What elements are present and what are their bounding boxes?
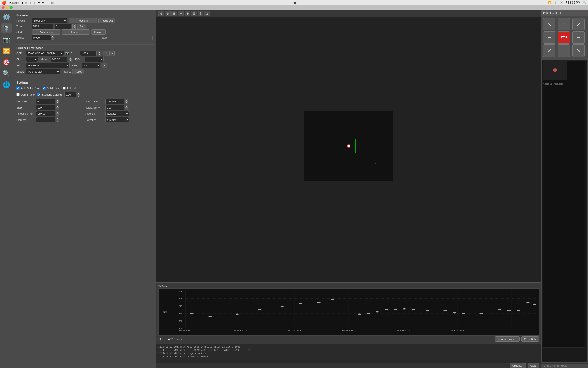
clear-data-button[interactable]: Clear Data (521, 336, 539, 342)
ticks-spinner[interactable]: ▲ ▼ (72, 24, 76, 29)
mount-stop-button[interactable]: STOP (558, 31, 570, 44)
mount-ur-button[interactable]: ↗ (572, 18, 585, 30)
settle-spinner[interactable]: ▲ ▼ (51, 35, 54, 40)
focus-in-button[interactable]: Focus In (69, 18, 97, 23)
sub-frame-checkbox[interactable] (43, 87, 46, 90)
suspend-spinner[interactable]: ▲ ▼ (77, 92, 80, 97)
exp-down[interactable]: ▼ (98, 53, 101, 56)
histogram-icon[interactable]: ▲ (204, 11, 210, 16)
threshold-spinner[interactable]: ▲ ▼ (56, 111, 59, 116)
tolerance-spinner[interactable]: ▲ ▼ (125, 105, 128, 110)
sidebar-item-align[interactable]: 🔀 (1, 46, 11, 56)
hfr-value: 4.73 (168, 338, 173, 340)
suspend-down[interactable]: ▼ (77, 95, 80, 97)
suspend-guiding-checkbox[interactable] (37, 93, 40, 96)
ticks-down-arrow[interactable]: ▼ (72, 26, 76, 29)
mount-left-button[interactable]: ← (543, 31, 555, 44)
sidebar-item-focuser[interactable]: 🔭 (1, 23, 11, 33)
gain-down[interactable]: ▼ (69, 59, 72, 62)
full-field-checkbox[interactable] (62, 87, 66, 90)
svg-point-45 (462, 313, 465, 314)
box-size-input[interactable]: 64 (36, 99, 55, 104)
step-input[interactable]: 100 (36, 105, 55, 110)
iso-select[interactable] (85, 57, 104, 62)
ticks-set-input[interactable]: 0 (54, 24, 71, 29)
fw-select[interactable]: ASI EFW (26, 63, 70, 68)
apple-menu[interactable]: 🍎 (2, 0, 7, 5)
mount-ul-button[interactable]: ↖ (543, 18, 555, 30)
max-travel-spinner[interactable]: ▲ ▼ (125, 99, 128, 104)
exp-input[interactable]: 1.000 (80, 51, 97, 56)
options-button[interactable]: Options... (510, 363, 526, 368)
focus-out-button[interactable]: Focus Out (98, 18, 115, 23)
minimize-button[interactable] (6, 6, 9, 9)
exp-spinner[interactable]: ▲ ▼ (98, 51, 101, 56)
settle-down[interactable]: ▼ (51, 38, 54, 40)
mount-dr-button[interactable]: ↘ (572, 45, 585, 57)
gain-spinner[interactable]: ▲ ▼ (69, 57, 72, 62)
stop-button[interactable]: Stop (55, 35, 153, 40)
framing-button[interactable]: Framing (62, 29, 90, 35)
algorithm-select[interactable]: Iterative Polynomial Linear (105, 111, 129, 116)
loop-icon[interactable]: ↺ (103, 51, 108, 56)
clock-time: Fri 8:32 PM (566, 1, 580, 4)
exp-up[interactable]: ▲ (98, 51, 101, 53)
detection-select[interactable]: Gradient SEP Centroid (105, 117, 129, 122)
settle-input[interactable]: 0.000 (32, 35, 51, 40)
tolerance-input[interactable]: 1.00 (105, 105, 124, 110)
capture-button[interactable]: Capture (91, 29, 105, 35)
focuser-select[interactable]: MoonLite (32, 18, 67, 23)
ccd-select[interactable]: ZWO CCD ASI1600MM-Cool (26, 51, 64, 56)
sidebar-item-capture[interactable]: 📷 (1, 34, 11, 45)
mount-down-button[interactable]: ↓ (558, 45, 570, 57)
maximize-button[interactable] (10, 6, 13, 9)
zoom-in-icon[interactable]: ⊕ (158, 11, 164, 16)
mount-right-button[interactable]: → (572, 31, 585, 44)
filter-select[interactable]: SII Ha OIII (82, 63, 100, 68)
frames-spinner[interactable]: ▲ ▼ (56, 117, 59, 122)
svg-text:8: 8 (179, 297, 182, 300)
relative-profile-button[interactable]: Relative Profile... (495, 336, 519, 342)
sidebar-item-scheduler[interactable]: 🌐 (1, 80, 11, 90)
ticks-up-arrow[interactable]: ▲ (72, 24, 76, 26)
info-icon[interactable]: ℹ (198, 11, 203, 16)
threshold-input[interactable]: 150.00 (36, 111, 55, 116)
pan-icon[interactable]: ✥ (178, 11, 184, 16)
reset-button[interactable]: Reset (72, 69, 84, 74)
effect-select[interactable]: Auto Stretch None High Contrast (26, 69, 60, 74)
zoom-out-icon[interactable]: ⊖ (165, 11, 171, 16)
frames-input[interactable]: 1 (36, 117, 55, 122)
auto-focus-button[interactable]: Auto Focus (32, 29, 60, 35)
crosshair-icon[interactable]: ⊕ (185, 11, 190, 16)
gain-input[interactable]: 200.00 (51, 57, 67, 62)
mount-up-button[interactable]: ↑ (558, 18, 570, 30)
clear-button[interactable]: Clear (528, 363, 539, 368)
menu-file[interactable]: File (22, 1, 27, 4)
menu-view[interactable]: View (38, 1, 44, 4)
fit-icon[interactable]: ⊞ (171, 11, 177, 16)
menu-help[interactable]: Help (47, 1, 54, 4)
sidebar-item-ekos[interactable]: ⚙️ (1, 12, 11, 22)
max-travel-input[interactable]: 10000.00 (105, 99, 124, 104)
sidebar-item-guide[interactable]: 🎯 (1, 57, 11, 67)
box-size-spinner[interactable]: ▲ ▼ (56, 99, 59, 104)
close-button[interactable] (2, 6, 5, 9)
set-button[interactable]: Set (77, 24, 86, 29)
suspend-value-input[interactable]: 0.00 (64, 92, 76, 97)
mount-dl-button[interactable]: ↙ (543, 45, 555, 57)
dark-frame-checkbox[interactable] (17, 93, 19, 96)
auto-select-star-checkbox[interactable] (17, 87, 19, 90)
settle-up[interactable]: ▲ (51, 35, 54, 38)
settings-icon[interactable]: ⚙ (109, 51, 114, 56)
bin-select[interactable]: 1x1 2x2 3x3 (26, 57, 38, 62)
gain-up[interactable]: ▲ (69, 57, 72, 59)
suspend-up[interactable]: ▲ (77, 92, 80, 95)
grid-icon[interactable]: ⊞ (191, 11, 197, 16)
focuser-panel: Focuser Focuser: MoonLite Focus In Focus… (13, 10, 156, 368)
search-icon[interactable]: 🔍 (583, 1, 586, 4)
filter-edit-icon[interactable]: ✦ (102, 63, 107, 68)
step-spinner[interactable]: ▲ ▼ (56, 105, 59, 110)
sidebar-item-analyze[interactable]: 🔍 (1, 68, 11, 79)
ticks-input[interactable]: 5783 (32, 24, 53, 29)
menu-edit[interactable]: Edit (30, 1, 35, 4)
